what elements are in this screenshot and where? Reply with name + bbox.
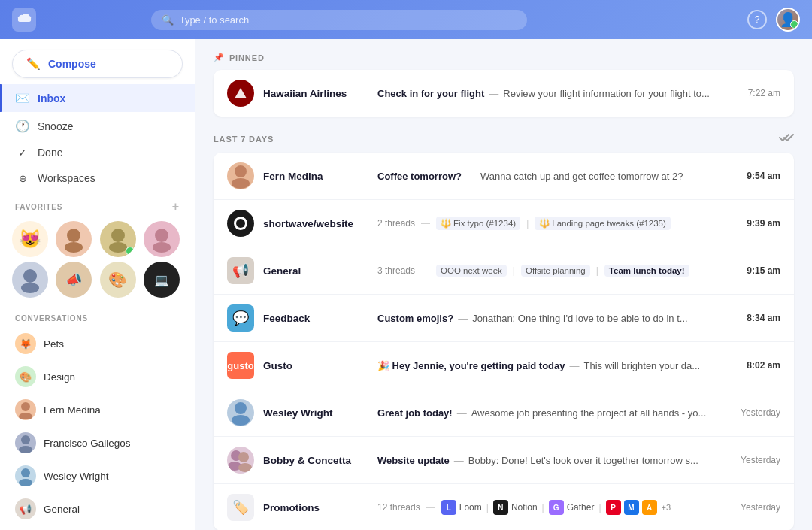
- email-body-feedback: Custom emojis? — Jonathan: One thing I'd…: [377, 313, 729, 324]
- email-row-gusto[interactable]: gusto Gusto 🎉 Hey Jennie, you're getting…: [214, 342, 794, 389]
- tag-ooo: OOO next week: [436, 265, 507, 277]
- pinned-email-card: Hawaiian Airlines Check in for your flig…: [214, 70, 794, 117]
- email-body-bobbyc: Website update — Bobby: Done! Let's look…: [377, 455, 723, 466]
- email-subject-hawaiian: Check in for your flight: [377, 88, 484, 99]
- email-sender-gusto: Gusto: [263, 360, 368, 371]
- email-row-bobbyc[interactable]: Bobby & Concetta Website update — Bobby:…: [214, 437, 794, 484]
- svg-point-0: [67, 229, 80, 242]
- conv-avatar-wesley: [15, 465, 36, 486]
- email-row-general[interactable]: 📢 General 3 threads — OOO next week | Of…: [214, 247, 794, 295]
- sidebar-item-pets[interactable]: 🦊 Pets: [0, 327, 195, 360]
- sidebar-item-fern[interactable]: Fern Medina: [0, 393, 195, 426]
- email-body-fern: Coffee tomorrow? — Wanna catch up and ge…: [377, 171, 729, 182]
- pin-icon: 📌: [214, 53, 225, 62]
- add-favorite-button[interactable]: +: [172, 200, 180, 214]
- sidebar-item-bobby[interactable]: Bobby Tables: [0, 525, 195, 530]
- email-row-fern[interactable]: Fern Medina Coffee tomorrow? — Wanna cat…: [214, 153, 794, 200]
- email-avatar-feedback: 💬: [227, 304, 254, 332]
- email-avatar-gusto: gusto: [227, 352, 254, 379]
- favorite-avatar-2[interactable]: [56, 221, 92, 257]
- sidebar-item-inbox[interactable]: ✉️ Inbox: [0, 84, 195, 112]
- compose-button[interactable]: ✏️ Compose: [12, 50, 183, 78]
- workspaces-label: Workspaces: [38, 172, 95, 184]
- conv-avatar-pets: 🦊: [15, 333, 36, 354]
- favorite-avatar-6[interactable]: 📣: [56, 262, 92, 298]
- thread-count-promotions: 12 threads: [377, 502, 420, 513]
- workspaces-icon: ⊕: [15, 173, 30, 184]
- email-row-feedback[interactable]: 💬 Feedback Custom emojis? — Jonathan: On…: [214, 295, 794, 342]
- last7days-email-card: Fern Medina Coffee tomorrow? — Wanna cat…: [214, 153, 794, 530]
- mark-all-read-button[interactable]: [779, 132, 794, 147]
- email-avatar-wesley: [227, 399, 254, 426]
- email-time-fern: 9:54 am: [747, 171, 780, 181]
- favorite-avatar-4[interactable]: [144, 221, 180, 257]
- app-logo[interactable]: [12, 8, 36, 32]
- svg-point-17: [232, 178, 250, 189]
- sidebar-item-francisco[interactable]: Francisco Gallegos: [0, 426, 195, 459]
- svg-point-4: [155, 229, 168, 242]
- favorite-avatar-1[interactable]: 😻: [12, 221, 48, 257]
- main-layout: ✏️ Compose ✉️ Inbox 🕐 Snooze ✓ Done ⊕ Wo…: [0, 39, 812, 530]
- svg-point-13: [19, 479, 32, 486]
- conv-label-general: General: [44, 504, 80, 515]
- inbox-icon: ✉️: [15, 91, 30, 105]
- sidebar-item-general[interactable]: 📢 General: [0, 492, 195, 525]
- email-sender-wesley: Wesley Wright: [263, 407, 368, 419]
- email-subject-fern: Coffee tomorrow?: [377, 171, 462, 182]
- search-icon: 🔍: [162, 14, 174, 26]
- conv-label-francisco: Francisco Gallegos: [44, 438, 131, 449]
- email-preview-feedback: Jonathan: One thing I'd love to be able …: [472, 313, 688, 324]
- email-subject-feedback: Custom emojis?: [377, 313, 453, 324]
- favorite-avatar-5[interactable]: [12, 262, 48, 298]
- email-body-shortwave: 2 threads — 🔱 Fix typo (#1234) | 🔱 Landi…: [377, 217, 729, 230]
- favorite-avatar-8[interactable]: 💻: [144, 262, 180, 298]
- user-avatar[interactable]: 👤: [776, 8, 800, 32]
- email-body-gusto: 🎉 Hey Jennie, you're getting paid today …: [377, 360, 729, 371]
- email-time-hawaiian: 7:22 am: [748, 88, 780, 98]
- promo-icon-m: M: [624, 500, 639, 515]
- email-time-shortwave: 9:39 am: [747, 218, 780, 229]
- email-row-wesley[interactable]: Wesley Wright Great job today! — Awesome…: [214, 389, 794, 437]
- svg-point-5: [153, 242, 171, 253]
- last7days-header: LAST 7 DAYS: [195, 120, 812, 153]
- favorite-avatar-3[interactable]: [100, 221, 136, 257]
- compose-label: Compose: [48, 58, 96, 70]
- help-button[interactable]: ?: [747, 10, 767, 29]
- email-sender-hawaiian: Hawaiian Airlines: [263, 88, 368, 99]
- sidebar-item-workspaces[interactable]: ⊕ Workspaces: [0, 165, 195, 191]
- sidebar-item-design[interactable]: 🎨 Design: [0, 360, 195, 393]
- sidebar-item-wesley[interactable]: Wesley Wright: [0, 459, 195, 492]
- topbar-right: ? 👤: [747, 8, 800, 32]
- pinned-section: 📌 PINNED Hawaiian Airlines Check in for …: [195, 39, 812, 117]
- search-bar[interactable]: 🔍 Type / to search: [151, 10, 527, 30]
- email-avatar-general: 📢: [227, 257, 254, 284]
- promo-icons: L Loom | N Notion | G Gather | P M: [441, 500, 671, 515]
- email-row-shortwave[interactable]: shortwave/website 2 threads — 🔱 Fix typo…: [214, 200, 794, 247]
- svg-point-12: [21, 468, 30, 477]
- email-subject-gusto: 🎉 Hey Jennie, you're getting paid today: [377, 360, 565, 371]
- email-body-wesley: Great job today! — Awesome job presentin…: [377, 407, 723, 419]
- thread-info-general: 3 threads — OOO next week | Offsite plan…: [377, 265, 689, 277]
- favorite-avatar-7[interactable]: 🎨: [100, 262, 136, 298]
- email-row-promotions[interactable]: 🏷️ Promotions 12 threads — L Loom | N No…: [214, 484, 794, 530]
- conv-avatar-design: 🎨: [15, 366, 36, 387]
- promo-label-notion: Notion: [511, 502, 538, 513]
- thread-count-shortwave: 2 threads: [377, 218, 415, 229]
- sidebar-item-snooze[interactable]: 🕐 Snooze: [0, 112, 195, 140]
- email-row-hawaiian[interactable]: Hawaiian Airlines Check in for your flig…: [214, 70, 794, 117]
- promo-icon-pinterest: P: [606, 500, 621, 515]
- svg-point-11: [19, 446, 32, 453]
- svg-point-16: [235, 165, 247, 177]
- email-body-hawaiian: Check in for your flight — Review your f…: [377, 88, 730, 99]
- svg-point-25: [238, 463, 252, 472]
- conv-avatar-fern: [15, 399, 36, 420]
- favorites-label: FAVORITES: [15, 203, 62, 211]
- last7days-label: LAST 7 DAYS: [214, 135, 274, 144]
- email-avatar-hawaiian: [227, 80, 254, 107]
- promo-icon-loom: L: [441, 500, 456, 515]
- sidebar-item-done[interactable]: ✓ Done: [0, 140, 195, 165]
- topbar: 🔍 Type / to search ? 👤: [0, 0, 812, 39]
- content-area: 📌 PINNED Hawaiian Airlines Check in for …: [195, 39, 812, 530]
- svg-point-3: [109, 242, 127, 253]
- conv-label-wesley: Wesley Wright: [44, 471, 109, 482]
